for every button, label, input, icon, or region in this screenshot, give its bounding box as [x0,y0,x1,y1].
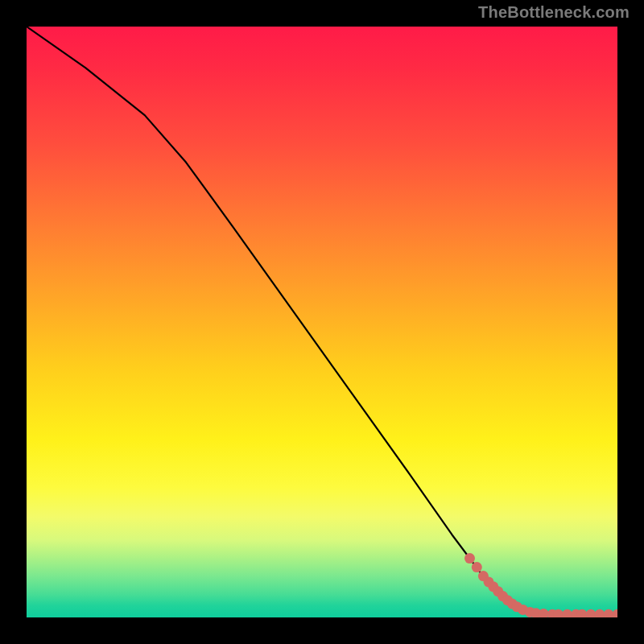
data-point [613,609,618,617]
data-point [585,609,596,617]
data-point [594,609,605,617]
chart-overlay [27,27,617,617]
plot-area [27,27,617,617]
data-point [464,553,475,564]
watermark-text: TheBottleneck.com [478,3,630,22]
bottleneck-curve [27,27,617,614]
data-point [472,562,482,572]
data-point [603,609,613,617]
data-point [562,609,572,617]
chart-stage: TheBottleneck.com [0,0,644,644]
data-points [464,553,617,617]
